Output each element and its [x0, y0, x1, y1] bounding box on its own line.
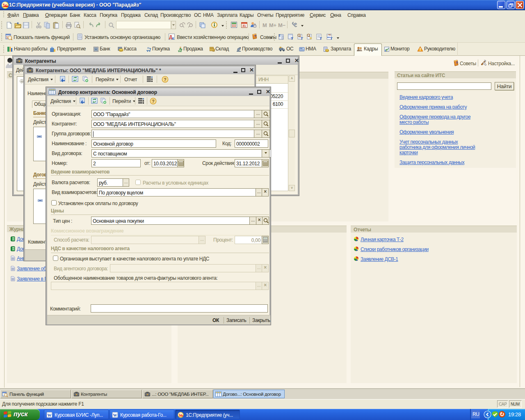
- svg-text:Д: Д: [169, 35, 172, 39]
- svg-text:T: T: [330, 36, 333, 40]
- svg-text:1с: 1с: [3, 3, 7, 8]
- svg-text:W: W: [48, 413, 52, 418]
- svg-text:1с: 1с: [179, 413, 183, 417]
- svg-text:T: T: [291, 36, 293, 40]
- svg-text:W: W: [113, 413, 117, 418]
- svg-text:T: T: [320, 36, 322, 40]
- svg-text:31: 31: [242, 24, 246, 28]
- svg-text:T: T: [301, 36, 303, 40]
- svg-text:?: ?: [254, 34, 256, 38]
- svg-text:Σ: Σ: [278, 34, 281, 37]
- svg-text:?: ?: [456, 61, 458, 65]
